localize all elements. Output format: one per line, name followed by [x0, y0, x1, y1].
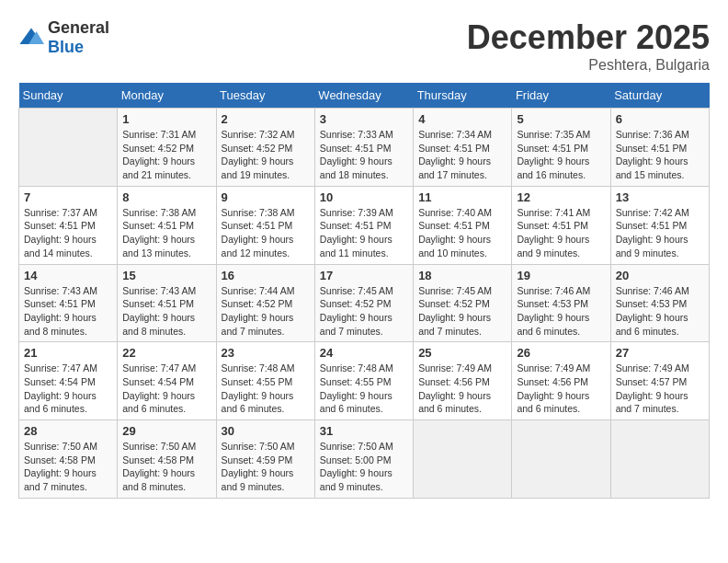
calendar-cell: 21 Sunrise: 7:47 AM Sunset: 4:54 PM Dayl…: [19, 342, 118, 420]
day-info: Sunrise: 7:50 AM Sunset: 5:00 PM Dayligh…: [320, 440, 408, 494]
sunrise: Sunrise: 7:50 AM: [122, 441, 196, 452]
calendar-cell: 27 Sunrise: 7:49 AM Sunset: 4:57 PM Dayl…: [610, 342, 709, 420]
day-number: 10: [320, 190, 408, 204]
day-info: Sunrise: 7:49 AM Sunset: 4:56 PM Dayligh…: [418, 362, 506, 416]
location-title: Peshtera, Bulgaria: [467, 57, 710, 74]
logo-general: General: [48, 18, 109, 37]
logo-icon: [18, 25, 44, 51]
calendar-table: SundayMondayTuesdayWednesdayThursdayFrid…: [18, 83, 710, 499]
header-cell-friday: Friday: [512, 83, 610, 109]
day-info: Sunrise: 7:37 AM Sunset: 4:51 PM Dayligh…: [24, 206, 112, 260]
sunset: Sunset: 4:55 PM: [222, 376, 293, 387]
calendar-cell: 20 Sunrise: 7:46 AM Sunset: 4:53 PM Dayl…: [610, 264, 709, 342]
week-row-5: 28 Sunrise: 7:50 AM Sunset: 4:58 PM Dayl…: [19, 420, 710, 499]
daylight: Daylight: 9 hours and 13 minutes.: [122, 234, 195, 259]
calendar-cell: 6 Sunrise: 7:36 AM Sunset: 4:51 PM Dayli…: [610, 109, 709, 187]
day-info: Sunrise: 7:34 AM Sunset: 4:51 PM Dayligh…: [418, 128, 506, 182]
day-number: 20: [616, 269, 704, 282]
calendar-body: 1 Sunrise: 7:31 AM Sunset: 4:52 PM Dayli…: [19, 109, 710, 499]
calendar-cell: 3 Sunrise: 7:33 AM Sunset: 4:51 PM Dayli…: [314, 109, 413, 187]
daylight: Daylight: 9 hours and 8 minutes.: [122, 467, 195, 492]
daylight: Daylight: 9 hours and 7 minutes.: [222, 312, 294, 337]
logo-text: General Blue: [48, 18, 109, 57]
daylight: Daylight: 9 hours and 8 minutes.: [24, 312, 97, 337]
calendar-cell: 1 Sunrise: 7:31 AM Sunset: 4:52 PM Dayli…: [118, 109, 216, 187]
daylight: Daylight: 9 hours and 6 minutes.: [24, 390, 97, 415]
daylight: Daylight: 9 hours and 12 minutes.: [222, 234, 294, 259]
calendar-cell: [610, 420, 709, 499]
sunset: Sunset: 4:52 PM: [122, 143, 194, 154]
calendar-cell: 2 Sunrise: 7:32 AM Sunset: 4:52 PM Dayli…: [216, 109, 314, 187]
sunset: Sunset: 4:55 PM: [320, 376, 392, 387]
daylight: Daylight: 9 hours and 6 minutes.: [222, 390, 294, 415]
day-number: 9: [222, 190, 310, 204]
daylight: Daylight: 9 hours and 9 minutes.: [222, 467, 294, 492]
daylight: Daylight: 9 hours and 6 minutes.: [122, 390, 195, 415]
calendar-cell: 16 Sunrise: 7:44 AM Sunset: 4:52 PM Dayl…: [216, 264, 314, 342]
header-cell-tuesday: Tuesday: [216, 83, 314, 109]
sunrise: Sunrise: 7:47 AM: [122, 362, 196, 373]
sunset: Sunset: 4:51 PM: [418, 220, 490, 231]
sunrise: Sunrise: 7:46 AM: [517, 285, 590, 296]
sunset: Sunset: 4:51 PM: [320, 220, 392, 231]
day-number: 16: [222, 269, 310, 282]
daylight: Daylight: 9 hours and 9 minutes.: [517, 234, 589, 259]
calendar-cell: 12 Sunrise: 7:41 AM Sunset: 4:51 PM Dayl…: [512, 186, 610, 264]
calendar-cell: 29 Sunrise: 7:50 AM Sunset: 4:58 PM Dayl…: [118, 420, 216, 499]
calendar-cell: 5 Sunrise: 7:35 AM Sunset: 4:51 PM Dayli…: [512, 109, 610, 187]
week-row-1: 1 Sunrise: 7:31 AM Sunset: 4:52 PM Dayli…: [19, 109, 710, 187]
day-info: Sunrise: 7:50 AM Sunset: 4:58 PM Dayligh…: [24, 440, 112, 494]
day-info: Sunrise: 7:48 AM Sunset: 4:55 PM Dayligh…: [320, 362, 408, 416]
day-info: Sunrise: 7:50 AM Sunset: 4:58 PM Dayligh…: [122, 440, 210, 494]
day-info: Sunrise: 7:38 AM Sunset: 4:51 PM Dayligh…: [222, 206, 310, 260]
calendar-cell: 15 Sunrise: 7:43 AM Sunset: 4:51 PM Dayl…: [118, 264, 216, 342]
sunrise: Sunrise: 7:50 AM: [320, 441, 393, 452]
calendar-cell: 24 Sunrise: 7:48 AM Sunset: 4:55 PM Dayl…: [314, 342, 413, 420]
calendar-cell: [414, 420, 512, 499]
sunrise: Sunrise: 7:50 AM: [222, 441, 295, 452]
daylight: Daylight: 9 hours and 6 minutes.: [517, 390, 589, 415]
calendar-cell: 4 Sunrise: 7:34 AM Sunset: 4:51 PM Dayli…: [414, 109, 512, 187]
day-info: Sunrise: 7:36 AM Sunset: 4:51 PM Dayligh…: [616, 128, 704, 182]
day-number: 25: [418, 346, 506, 360]
sunset: Sunset: 4:52 PM: [222, 298, 293, 309]
daylight: Daylight: 9 hours and 15 minutes.: [616, 155, 688, 180]
calendar-cell: 22 Sunrise: 7:47 AM Sunset: 4:54 PM Dayl…: [118, 342, 216, 420]
week-row-2: 7 Sunrise: 7:37 AM Sunset: 4:51 PM Dayli…: [19, 186, 710, 264]
day-number: 8: [122, 190, 210, 204]
day-info: Sunrise: 7:49 AM Sunset: 4:56 PM Dayligh…: [517, 362, 605, 416]
sunrise: Sunrise: 7:49 AM: [418, 362, 492, 373]
header-cell-monday: Monday: [118, 83, 216, 109]
day-number: 29: [122, 424, 210, 438]
sunrise: Sunrise: 7:43 AM: [122, 285, 196, 296]
daylight: Daylight: 9 hours and 9 minutes.: [616, 234, 688, 259]
day-info: Sunrise: 7:45 AM Sunset: 4:52 PM Dayligh…: [320, 284, 408, 339]
week-row-4: 21 Sunrise: 7:47 AM Sunset: 4:54 PM Dayl…: [19, 342, 710, 420]
day-info: Sunrise: 7:45 AM Sunset: 4:52 PM Dayligh…: [418, 284, 506, 339]
daylight: Daylight: 9 hours and 6 minutes.: [418, 390, 491, 415]
calendar-cell: 10 Sunrise: 7:39 AM Sunset: 4:51 PM Dayl…: [314, 186, 413, 264]
sunrise: Sunrise: 7:42 AM: [616, 207, 689, 218]
calendar-cell: 28 Sunrise: 7:50 AM Sunset: 4:58 PM Dayl…: [19, 420, 118, 499]
sunset: Sunset: 4:56 PM: [418, 376, 490, 387]
sunrise: Sunrise: 7:37 AM: [24, 207, 97, 218]
day-number: 7: [24, 190, 112, 204]
sunrise: Sunrise: 7:32 AM: [222, 129, 295, 140]
day-number: 15: [122, 269, 210, 282]
sunrise: Sunrise: 7:38 AM: [122, 207, 196, 218]
sunrise: Sunrise: 7:31 AM: [122, 129, 196, 140]
day-info: Sunrise: 7:42 AM Sunset: 4:51 PM Dayligh…: [616, 206, 704, 260]
day-info: Sunrise: 7:44 AM Sunset: 4:52 PM Dayligh…: [222, 284, 310, 339]
daylight: Daylight: 9 hours and 14 minutes.: [24, 234, 97, 259]
sunset: Sunset: 4:59 PM: [222, 454, 293, 465]
day-info: Sunrise: 7:33 AM Sunset: 4:51 PM Dayligh…: [320, 128, 408, 182]
sunrise: Sunrise: 7:49 AM: [517, 362, 590, 373]
day-info: Sunrise: 7:43 AM Sunset: 4:51 PM Dayligh…: [24, 284, 112, 339]
day-number: 5: [517, 112, 605, 126]
sunset: Sunset: 4:51 PM: [616, 220, 688, 231]
header-cell-sunday: Sunday: [19, 83, 118, 109]
daylight: Daylight: 9 hours and 21 minutes.: [122, 155, 195, 180]
sunrise: Sunrise: 7:46 AM: [616, 285, 689, 296]
day-info: Sunrise: 7:31 AM Sunset: 4:52 PM Dayligh…: [122, 128, 210, 182]
sunrise: Sunrise: 7:40 AM: [418, 207, 492, 218]
